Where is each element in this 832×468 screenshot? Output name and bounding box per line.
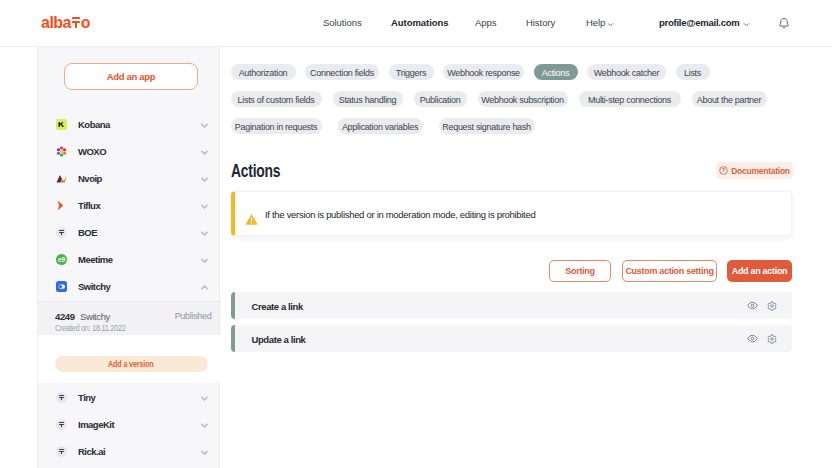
svg-text:?: ? xyxy=(722,167,726,173)
svg-text:e9: e9 xyxy=(58,256,66,263)
